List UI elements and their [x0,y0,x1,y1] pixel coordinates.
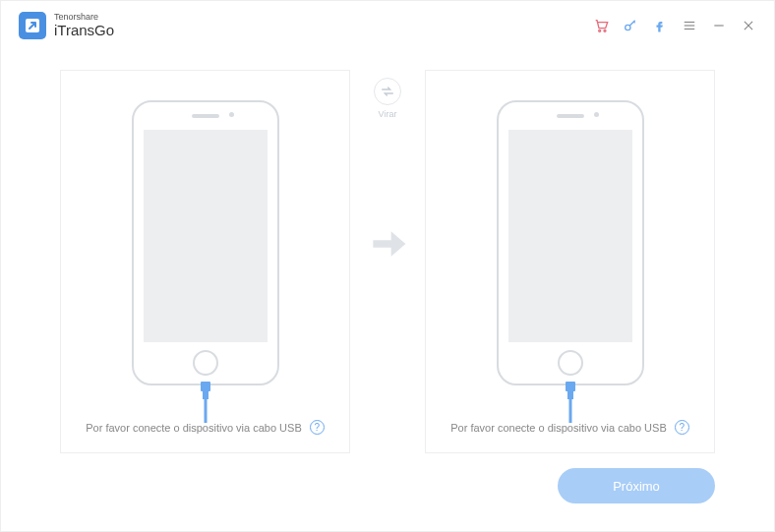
source-phone-illustration [132,100,279,385]
svg-rect-14 [567,391,573,399]
brand-area: Tenorshare iTransGo [19,12,114,39]
transfer-arrow-icon [366,222,409,266]
minimize-icon[interactable] [711,18,727,33]
usb-cable-icon [560,382,581,423]
source-help-icon[interactable]: ? [310,420,325,435]
key-icon[interactable] [623,18,638,33]
app-logo-icon [19,12,46,39]
usb-cable-icon [195,382,216,423]
product-name: iTransGo [54,23,114,39]
svg-rect-10 [201,382,210,391]
svg-rect-13 [566,382,575,391]
facebook-icon[interactable] [652,18,668,33]
flip-control: Virar [374,78,401,119]
target-help-icon[interactable]: ? [675,420,689,435]
source-prompt: Por favor conecte o dispositivo via cabo… [61,420,349,435]
source-prompt-text: Por favor conecte o dispositivo via cabo… [86,422,302,434]
target-prompt-text: Por favor conecte o dispositivo via cabo… [450,422,667,434]
flip-button[interactable] [374,78,401,105]
target-device-panel: Por favor conecte o dispositivo via cabo… [425,70,715,453]
next-button-label: Próximo [613,479,660,494]
brand-text: Tenorshare iTransGo [54,13,114,38]
svg-point-3 [626,25,630,30]
menu-icon[interactable] [682,18,697,33]
svg-point-2 [604,30,606,31]
target-prompt: Por favor conecte o dispositivo via cabo… [426,420,714,435]
target-phone-illustration [497,100,644,385]
header-controls [593,18,756,33]
app-header: Tenorshare iTransGo [1,1,774,50]
svg-point-1 [599,30,601,31]
source-device-panel: Por favor conecte o dispositivo via cabo… [60,70,350,453]
svg-rect-11 [203,391,209,399]
close-icon[interactable] [741,18,756,33]
cart-icon[interactable] [593,18,609,33]
flip-label: Virar [379,109,397,119]
next-button[interactable]: Próximo [558,468,715,503]
